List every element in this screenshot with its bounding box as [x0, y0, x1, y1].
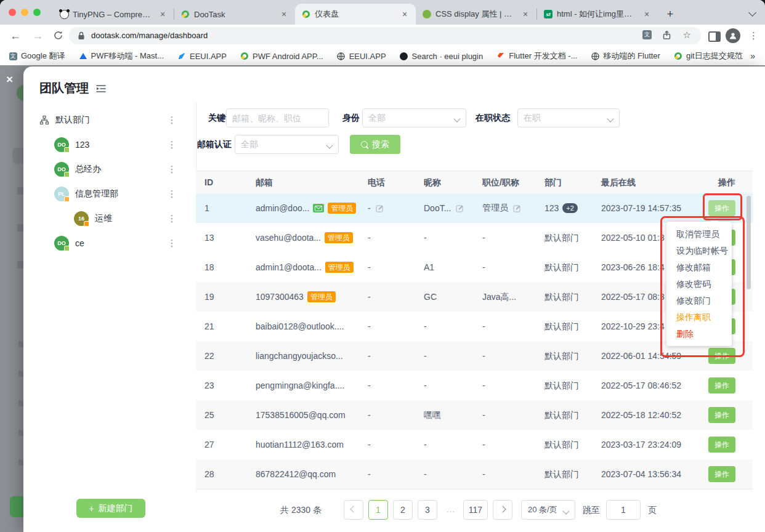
profile-avatar[interactable] — [726, 28, 740, 43]
annotation-box-menu — [660, 216, 745, 357]
status-select[interactable]: 在职 — [517, 108, 620, 127]
pagination-page-117[interactable]: 117 — [463, 500, 488, 520]
col-header-lastonline: 最后在线 — [601, 171, 636, 193]
bookmark-eeui-app[interactable]: EEUI.APP — [177, 52, 227, 61]
cell-id: 19 — [204, 282, 214, 312]
new-tab-button[interactable]: + — [662, 6, 679, 23]
table-row[interactable]: 27 huotian1112@163.com - - - 默认部门 2023-0… — [196, 430, 753, 460]
search-button[interactable]: 搜索 — [350, 135, 400, 154]
pagination-next-button[interactable] — [493, 500, 512, 520]
sidebar-item-ce[interactable]: DO ce — [54, 235, 84, 252]
sidebar-item-label: ce — [75, 238, 84, 248]
pagination-prev-button[interactable] — [344, 500, 363, 520]
tab-close-icon[interactable]: × — [279, 9, 289, 19]
page-size-select[interactable]: 20 条/页 — [521, 500, 575, 520]
maximize-window-button[interactable] — [33, 9, 41, 16]
table-row[interactable]: 23 pengmingna@kingfa.... - - - 默认部门 2022… — [196, 371, 753, 401]
bookmark-flutter-docs[interactable]: Flutter 开发文档 -... — [496, 50, 577, 62]
pen-icon — [177, 52, 186, 60]
cell-lastonline: 2023-06-26 18:4 — [601, 252, 665, 282]
tab-segmentfault[interactable]: sf html - 如何让img里的图片 × — [537, 4, 658, 25]
cell-phone: - — [368, 282, 371, 312]
back-button[interactable]: ← — [10, 25, 21, 47]
pagination-page-1[interactable]: 1 — [368, 500, 388, 520]
keyword-input[interactable] — [227, 109, 328, 127]
dept-extra-badge[interactable]: +2 — [562, 203, 578, 213]
admin-badge: 管理员 — [307, 291, 336, 302]
dept-menu-icon[interactable]: ⋮ — [167, 235, 177, 252]
dept-menu-icon[interactable]: ⋮ — [167, 136, 177, 153]
bookmark-mobile-flutter[interactable]: 移动端的 Flutter — [591, 50, 660, 62]
cell-dept: 默认部门 — [544, 400, 579, 430]
bookmark-eeui-app2[interactable]: EEUI.APP — [337, 52, 386, 61]
tab-close-icon[interactable]: × — [400, 9, 410, 19]
tab-close-icon[interactable]: × — [158, 9, 168, 19]
table-header: ID 邮箱 电话 昵称 职位/职称 部门 最后在线 操作 — [196, 171, 753, 194]
pagination-page-3[interactable]: 3 — [418, 500, 437, 520]
tab-close-icon[interactable]: × — [642, 9, 652, 19]
tab-tinypng[interactable]: TinyPNG – Compress We × — [53, 4, 174, 25]
sidebar-item-123[interactable]: DO 123 — [54, 136, 89, 153]
tab-dootask[interactable]: DooTask × — [174, 4, 295, 25]
bookmark-eeui-plugin[interactable]: Search · eeui plugin — [400, 52, 484, 61]
dept-menu-icon[interactable]: ⋮ — [167, 210, 177, 227]
side-panel-icon[interactable] — [708, 31, 721, 42]
identity-label: 身份 — [342, 108, 360, 127]
dept-menu-icon[interactable]: ⋮ — [167, 111, 177, 129]
url-text[interactable]: dootask.com/manage/dashboard — [91, 27, 208, 44]
cell-position: - — [482, 252, 485, 282]
bookmark-label: Flutter 开发文档 -... — [509, 50, 577, 62]
search-button-label: 搜索 — [372, 139, 389, 150]
bookmark-google-translate[interactable]: 文Google 翻译 — [9, 50, 65, 62]
jump-page-input[interactable] — [606, 500, 641, 520]
edit-icon[interactable] — [376, 204, 384, 212]
sidebar-item-info-dept[interactable]: PL 信息管理部 — [54, 185, 118, 203]
tab-runoob[interactable]: CSS display 属性 | 菜鸟教 × — [416, 4, 536, 25]
table-row[interactable]: 25 17538516005@qq.com - 嘿嘿 - 默认部门 2022-0… — [196, 400, 753, 430]
identity-select[interactable]: 全部 — [362, 108, 466, 127]
dept-menu-icon[interactable]: ⋮ — [167, 161, 177, 178]
sidebar-item-label: 123 — [75, 140, 89, 150]
action-button[interactable]: 操作 — [708, 466, 735, 482]
tab-close-icon[interactable]: × — [520, 9, 530, 19]
verify-select[interactable]: 全部 — [235, 135, 339, 154]
forward-button[interactable]: → — [32, 25, 43, 47]
translate-icon[interactable]: 文 — [642, 30, 652, 39]
github-icon — [400, 52, 408, 60]
tab-search-chevron-icon[interactable] — [748, 9, 756, 17]
edit-icon[interactable] — [456, 204, 464, 212]
menu-fold-icon[interactable] — [95, 84, 107, 96]
sidebar-item-general-office[interactable]: DO 总经办 — [54, 161, 101, 178]
sidebar-item-default-dept[interactable]: 默认部门 — [39, 111, 90, 129]
tab-dashboard-active[interactable]: 仪表盘 × — [295, 4, 416, 25]
verify-value: 全部 — [235, 135, 338, 153]
bookmark-star-icon[interactable]: ☆ — [683, 30, 691, 41]
browser-toolbar: ← → dootask.com/manage/dashboard 文 ☆ ⋮ — [0, 25, 765, 47]
table-scrollbar[interactable] — [747, 196, 751, 289]
bookmark-pwf-mobile[interactable]: PWF移动端 - Mast... — [79, 50, 164, 62]
table-row[interactable]: 28 867822412@qq.com - - - 默认部门 2023-07-0… — [196, 459, 753, 490]
dept-menu-icon[interactable]: ⋮ — [167, 185, 177, 203]
pagination-page-2[interactable]: 2 — [393, 500, 413, 520]
action-button[interactable]: 操作 — [708, 437, 735, 453]
browser-menu-icon[interactable]: ⋮ — [749, 25, 758, 47]
sidebar-item-ops[interactable]: 16 运维 — [74, 210, 112, 227]
modal-close-icon[interactable]: × — [6, 73, 13, 86]
cell-id: 23 — [204, 371, 214, 400]
bookmarks-overflow-icon[interactable]: » — [750, 51, 755, 61]
cell-nickname: A1 — [424, 252, 434, 282]
close-window-button[interactable] — [9, 9, 16, 16]
bookmark-pwf-android[interactable]: PWF Android APP... — [240, 52, 323, 61]
reload-button[interactable] — [53, 30, 63, 43]
action-button[interactable]: 操作 — [708, 377, 735, 393]
bookmark-git-commit[interactable]: git日志提交规范 — [674, 50, 743, 62]
pagination-ellipsis[interactable]: ... — [441, 500, 461, 520]
page-overlay: × 团队管理 默认部门 ⋮ DO 123 ⋮ DO 总经办 — [0, 65, 765, 532]
bookmark-label: Search · eeui plugin — [412, 52, 484, 61]
edit-icon[interactable] — [513, 204, 521, 212]
share-icon[interactable] — [662, 30, 671, 42]
minimize-window-button[interactable] — [21, 9, 28, 16]
address-bar[interactable]: dootask.com/manage/dashboard 文 ☆ — [69, 27, 701, 44]
new-department-button[interactable]: + 新建部门 — [76, 499, 145, 518]
action-button[interactable]: 操作 — [708, 407, 735, 423]
